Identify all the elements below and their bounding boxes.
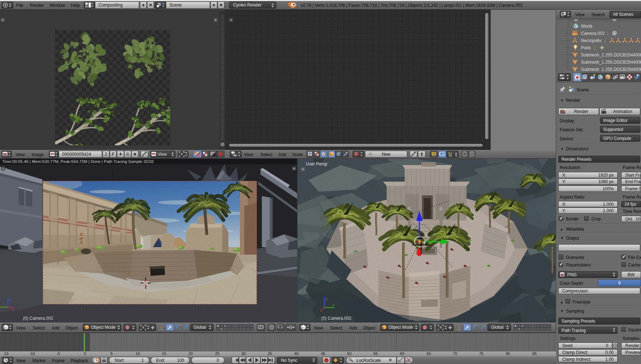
svg-text:z: z <box>9 297 11 301</box>
svg-text:x: x <box>12 308 14 312</box>
svg-text:x: x <box>320 309 322 313</box>
svg-text:y: y <box>332 303 334 307</box>
svg-text:z: z <box>326 297 328 301</box>
